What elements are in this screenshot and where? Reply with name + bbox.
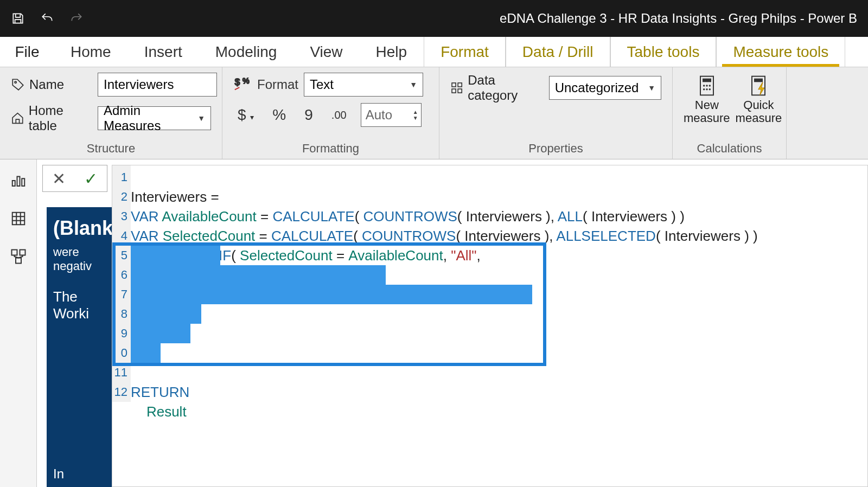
category-icon	[450, 81, 463, 95]
svg-point-10	[706, 85, 707, 86]
model-view-icon[interactable]	[10, 248, 27, 265]
percent-button[interactable]: %	[268, 106, 290, 124]
tab-view[interactable]: View	[293, 37, 359, 67]
card-sub: were negativ	[53, 245, 116, 273]
format-select[interactable]: Text▼	[304, 73, 423, 97]
svg-rect-5	[452, 89, 456, 93]
formula-bar-buttons: ✕ ✓	[42, 165, 107, 192]
group-structure-label: Structure	[11, 139, 211, 159]
code-content[interactable]: Interviewers = VAR AvailableCount = CALC…	[131, 168, 867, 441]
report-view-icon[interactable]	[10, 172, 27, 189]
new-measure-button[interactable]: New measure	[684, 75, 730, 125]
svg-rect-19	[22, 178, 24, 186]
tab-format[interactable]: Format	[424, 37, 506, 67]
svg-point-12	[703, 88, 705, 90]
svg-point-14	[709, 88, 710, 90]
card-bot: In	[53, 466, 64, 482]
group-properties-label: Properties	[450, 139, 661, 159]
save-icon[interactable]	[11, 11, 25, 25]
decimals-spinner[interactable]: ▲▼	[361, 103, 422, 127]
svg-rect-18	[17, 177, 20, 187]
calculator-icon	[697, 75, 717, 97]
data-view-icon[interactable]	[10, 210, 27, 227]
tab-help[interactable]: Help	[360, 37, 424, 67]
card-mid: The Worki	[53, 289, 116, 322]
view-switcher	[0, 159, 37, 487]
svg-rect-8	[703, 79, 711, 82]
title-bar: eDNA Challenge 3 - HR Data Insights - Gr…	[0, 0, 868, 37]
datacat-select[interactable]: Uncategorized▼	[549, 76, 661, 100]
measure-name-input[interactable]	[98, 73, 217, 97]
svg-text:$: $	[235, 77, 240, 87]
thousands-button[interactable]: 9	[300, 106, 317, 124]
decimals-input[interactable]	[361, 104, 410, 126]
report-card: (Blank) were negativ The Worki In	[47, 207, 123, 487]
ribbon-body: Name Home table Admin Measures▼ Structur…	[0, 67, 868, 159]
format-icon: $%	[233, 74, 252, 95]
main-area: (Blank) were negativ The Worki In ✕ ✓ 12	[0, 159, 868, 487]
redo-icon	[69, 11, 84, 25]
home-icon	[11, 111, 24, 125]
name-label: Name	[11, 77, 92, 92]
svg-point-13	[706, 88, 707, 90]
ribbon-tabs: File Home Insert Modeling View Help Form…	[0, 37, 868, 67]
tab-table-tools[interactable]: Table tools	[610, 37, 717, 67]
line-gutter: 123 456 789 01112	[112, 165, 131, 402]
svg-rect-17	[12, 181, 15, 186]
tab-data-drill[interactable]: Data / Drill	[506, 37, 610, 67]
tab-insert[interactable]: Insert	[128, 37, 199, 67]
hometable-select[interactable]: Admin Measures▼	[98, 106, 211, 130]
svg-rect-22	[20, 250, 25, 255]
svg-rect-6	[458, 89, 462, 93]
commit-formula-button[interactable]: ✓	[84, 169, 98, 188]
tab-file[interactable]: File	[0, 37, 54, 67]
svg-text:%: %	[242, 76, 250, 85]
spin-down[interactable]: ▼	[410, 115, 421, 121]
card-value: (Blank)	[53, 217, 116, 240]
datacat-label: Data category	[450, 73, 544, 103]
svg-rect-3	[452, 83, 456, 87]
svg-point-9	[703, 85, 705, 86]
svg-rect-23	[16, 258, 21, 264]
canvas: (Blank) were negativ The Worki In ✕ ✓ 12	[37, 159, 868, 487]
currency-button[interactable]: $ ▾	[233, 106, 258, 124]
quick-calc-icon	[749, 75, 768, 97]
tab-measure-tools[interactable]: Measure tools	[716, 37, 845, 67]
svg-rect-16	[754, 79, 763, 82]
quick-measure-button[interactable]: Quick measure	[736, 75, 782, 125]
tab-home[interactable]: Home	[54, 37, 128, 67]
decimals-icon[interactable]: .00	[327, 109, 351, 121]
cancel-formula-button[interactable]: ✕	[52, 169, 66, 188]
svg-rect-21	[11, 250, 17, 255]
svg-rect-4	[458, 83, 462, 87]
svg-point-0	[15, 81, 16, 83]
svg-point-11	[709, 85, 710, 86]
dax-editor[interactable]: 123 456 789 01112 Interviewers = VAR Ava…	[112, 165, 868, 487]
tab-modeling[interactable]: Modeling	[199, 37, 294, 67]
group-calculations-label: Calculations	[684, 139, 775, 159]
hometable-label: Home table	[11, 103, 92, 133]
group-formatting-label: Formatting	[233, 139, 428, 159]
svg-rect-20	[12, 213, 24, 225]
format-label: Format	[257, 77, 298, 92]
window-title: eDNA Challenge 3 - HR Data Insights - Gr…	[500, 11, 857, 26]
spin-up[interactable]: ▲	[410, 109, 421, 115]
undo-icon[interactable]	[40, 11, 54, 25]
tag-icon	[11, 78, 25, 92]
